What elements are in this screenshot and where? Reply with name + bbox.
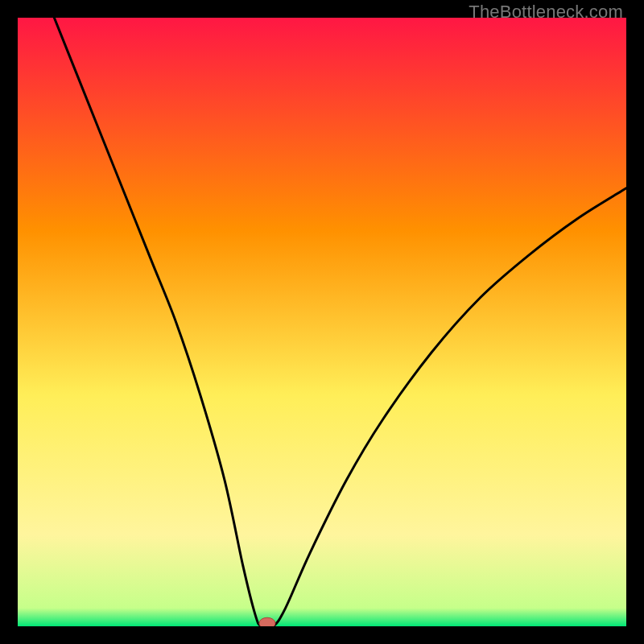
optimal-marker <box>259 617 275 626</box>
chart-frame <box>18 18 626 626</box>
bottleneck-chart <box>18 18 626 626</box>
gradient-background <box>18 18 626 626</box>
watermark-text: TheBottleneck.com <box>469 2 623 23</box>
